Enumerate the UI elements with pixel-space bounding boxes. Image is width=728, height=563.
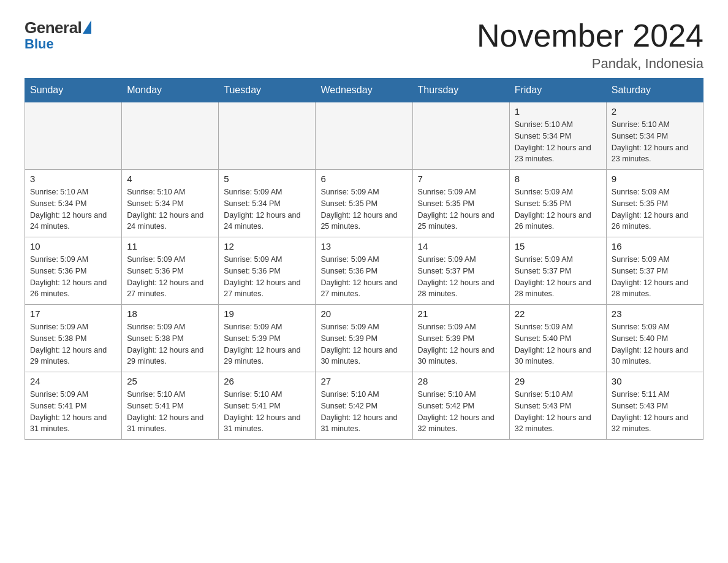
calendar-table: SundayMondayTuesdayWednesdayThursdayFrid… (25, 78, 703, 440)
calendar-cell: 8Sunrise: 5:09 AMSunset: 5:35 PMDaylight… (509, 170, 606, 237)
day-info: Sunrise: 5:09 AMSunset: 5:37 PMDaylight:… (515, 254, 601, 300)
day-info: Sunrise: 5:09 AMSunset: 5:35 PMDaylight:… (418, 186, 504, 232)
calendar-cell: 30Sunrise: 5:11 AMSunset: 5:43 PMDayligh… (606, 372, 703, 440)
day-info: Sunrise: 5:09 AMSunset: 5:38 PMDaylight:… (127, 321, 213, 367)
day-number: 23 (612, 308, 698, 319)
day-number: 15 (515, 241, 601, 251)
calendar-cell: 12Sunrise: 5:09 AMSunset: 5:36 PMDayligh… (219, 237, 316, 305)
calendar-cell: 6Sunrise: 5:09 AMSunset: 5:35 PMDaylight… (316, 170, 412, 237)
weekday-header-row: SundayMondayTuesdayWednesdayThursdayFrid… (25, 79, 703, 102)
month-year-title: November 2024 (477, 18, 703, 53)
day-number: 20 (320, 308, 407, 319)
day-number: 30 (612, 376, 698, 386)
day-number: 21 (418, 308, 504, 319)
day-info: Sunrise: 5:09 AMSunset: 5:41 PMDaylight:… (30, 389, 116, 435)
logo: General Blue (25, 18, 91, 52)
day-number: 27 (320, 376, 407, 386)
calendar-cell: 25Sunrise: 5:10 AMSunset: 5:41 PMDayligh… (122, 372, 219, 440)
calendar-cell: 29Sunrise: 5:10 AMSunset: 5:43 PMDayligh… (509, 372, 606, 440)
day-info: Sunrise: 5:09 AMSunset: 5:35 PMDaylight:… (612, 186, 698, 232)
calendar-cell (316, 102, 412, 170)
weekday-header-tuesday: Tuesday (219, 79, 316, 102)
calendar-cell: 13Sunrise: 5:09 AMSunset: 5:36 PMDayligh… (316, 237, 412, 305)
day-number: 24 (30, 376, 116, 386)
day-info: Sunrise: 5:09 AMSunset: 5:38 PMDaylight:… (30, 321, 116, 367)
day-number: 16 (612, 241, 698, 251)
weekday-header-thursday: Thursday (412, 79, 509, 102)
page-header: General Blue November 2024 Pandak, Indon… (25, 18, 703, 72)
day-number: 1 (515, 106, 601, 117)
day-info: Sunrise: 5:09 AMSunset: 5:35 PMDaylight:… (320, 186, 407, 232)
day-info: Sunrise: 5:09 AMSunset: 5:39 PMDaylight:… (320, 321, 407, 367)
day-number: 26 (224, 376, 310, 386)
day-info: Sunrise: 5:10 AMSunset: 5:34 PMDaylight:… (515, 119, 601, 165)
day-number: 28 (418, 376, 504, 386)
day-info: Sunrise: 5:10 AMSunset: 5:41 PMDaylight:… (127, 389, 213, 435)
day-info: Sunrise: 5:09 AMSunset: 5:37 PMDaylight:… (418, 254, 504, 300)
day-info: Sunrise: 5:10 AMSunset: 5:42 PMDaylight:… (320, 389, 407, 435)
day-info: Sunrise: 5:09 AMSunset: 5:36 PMDaylight:… (224, 254, 310, 300)
calendar-cell: 15Sunrise: 5:09 AMSunset: 5:37 PMDayligh… (509, 237, 606, 305)
calendar-cell (219, 102, 316, 170)
day-info: Sunrise: 5:09 AMSunset: 5:35 PMDaylight:… (515, 186, 601, 232)
day-number: 10 (30, 241, 116, 251)
calendar-cell: 19Sunrise: 5:09 AMSunset: 5:39 PMDayligh… (219, 305, 316, 372)
day-number: 7 (418, 174, 504, 184)
day-number: 13 (320, 241, 407, 251)
weekday-header-wednesday: Wednesday (316, 79, 412, 102)
day-info: Sunrise: 5:09 AMSunset: 5:37 PMDaylight:… (612, 254, 698, 300)
day-info: Sunrise: 5:10 AMSunset: 5:34 PMDaylight:… (30, 186, 116, 232)
day-info: Sunrise: 5:09 AMSunset: 5:36 PMDaylight:… (320, 254, 407, 300)
calendar-cell: 24Sunrise: 5:09 AMSunset: 5:41 PMDayligh… (25, 372, 122, 440)
logo-triangle-icon (83, 20, 91, 34)
day-number: 29 (515, 376, 601, 386)
calendar-week-row: 10Sunrise: 5:09 AMSunset: 5:36 PMDayligh… (25, 237, 703, 305)
day-info: Sunrise: 5:09 AMSunset: 5:34 PMDaylight:… (224, 186, 310, 232)
calendar-cell (412, 102, 509, 170)
logo-blue-text: Blue (25, 36, 54, 52)
title-section: November 2024 Pandak, Indonesia (477, 18, 703, 72)
weekday-header-monday: Monday (122, 79, 219, 102)
day-info: Sunrise: 5:09 AMSunset: 5:36 PMDaylight:… (30, 254, 116, 300)
day-number: 22 (515, 308, 601, 319)
calendar-week-row: 3Sunrise: 5:10 AMSunset: 5:34 PMDaylight… (25, 170, 703, 237)
calendar-week-row: 24Sunrise: 5:09 AMSunset: 5:41 PMDayligh… (25, 372, 703, 440)
day-number: 6 (320, 174, 407, 184)
calendar-cell: 4Sunrise: 5:10 AMSunset: 5:34 PMDaylight… (122, 170, 219, 237)
calendar-cell: 23Sunrise: 5:09 AMSunset: 5:40 PMDayligh… (606, 305, 703, 372)
day-info: Sunrise: 5:09 AMSunset: 5:40 PMDaylight:… (515, 321, 601, 367)
calendar-cell: 22Sunrise: 5:09 AMSunset: 5:40 PMDayligh… (509, 305, 606, 372)
calendar-cell: 21Sunrise: 5:09 AMSunset: 5:39 PMDayligh… (412, 305, 509, 372)
calendar-cell: 5Sunrise: 5:09 AMSunset: 5:34 PMDaylight… (219, 170, 316, 237)
day-info: Sunrise: 5:09 AMSunset: 5:40 PMDaylight:… (612, 321, 698, 367)
calendar-cell: 16Sunrise: 5:09 AMSunset: 5:37 PMDayligh… (606, 237, 703, 305)
day-number: 8 (515, 174, 601, 184)
calendar-cell: 2Sunrise: 5:10 AMSunset: 5:34 PMDaylight… (606, 102, 703, 170)
calendar-cell: 20Sunrise: 5:09 AMSunset: 5:39 PMDayligh… (316, 305, 412, 372)
day-info: Sunrise: 5:10 AMSunset: 5:34 PMDaylight:… (127, 186, 213, 232)
day-info: Sunrise: 5:10 AMSunset: 5:42 PMDaylight:… (418, 389, 504, 435)
day-info: Sunrise: 5:10 AMSunset: 5:41 PMDaylight:… (224, 389, 310, 435)
calendar-cell: 26Sunrise: 5:10 AMSunset: 5:41 PMDayligh… (219, 372, 316, 440)
day-info: Sunrise: 5:09 AMSunset: 5:36 PMDaylight:… (127, 254, 213, 300)
day-number: 14 (418, 241, 504, 251)
calendar-cell: 28Sunrise: 5:10 AMSunset: 5:42 PMDayligh… (412, 372, 509, 440)
calendar-cell: 11Sunrise: 5:09 AMSunset: 5:36 PMDayligh… (122, 237, 219, 305)
calendar-cell: 27Sunrise: 5:10 AMSunset: 5:42 PMDayligh… (316, 372, 412, 440)
day-number: 11 (127, 241, 213, 251)
calendar-cell: 14Sunrise: 5:09 AMSunset: 5:37 PMDayligh… (412, 237, 509, 305)
calendar-cell: 17Sunrise: 5:09 AMSunset: 5:38 PMDayligh… (25, 305, 122, 372)
calendar-cell (122, 102, 219, 170)
day-info: Sunrise: 5:09 AMSunset: 5:39 PMDaylight:… (418, 321, 504, 367)
day-number: 17 (30, 308, 116, 319)
day-number: 4 (127, 174, 213, 184)
day-number: 5 (224, 174, 310, 184)
day-info: Sunrise: 5:10 AMSunset: 5:43 PMDaylight:… (515, 389, 601, 435)
day-info: Sunrise: 5:11 AMSunset: 5:43 PMDaylight:… (612, 389, 698, 435)
weekday-header-friday: Friday (509, 79, 606, 102)
calendar-cell: 3Sunrise: 5:10 AMSunset: 5:34 PMDaylight… (25, 170, 122, 237)
day-info: Sunrise: 5:10 AMSunset: 5:34 PMDaylight:… (612, 119, 698, 165)
calendar-cell: 9Sunrise: 5:09 AMSunset: 5:35 PMDaylight… (606, 170, 703, 237)
weekday-header-sunday: Sunday (25, 79, 122, 102)
calendar-week-row: 1Sunrise: 5:10 AMSunset: 5:34 PMDaylight… (25, 102, 703, 170)
